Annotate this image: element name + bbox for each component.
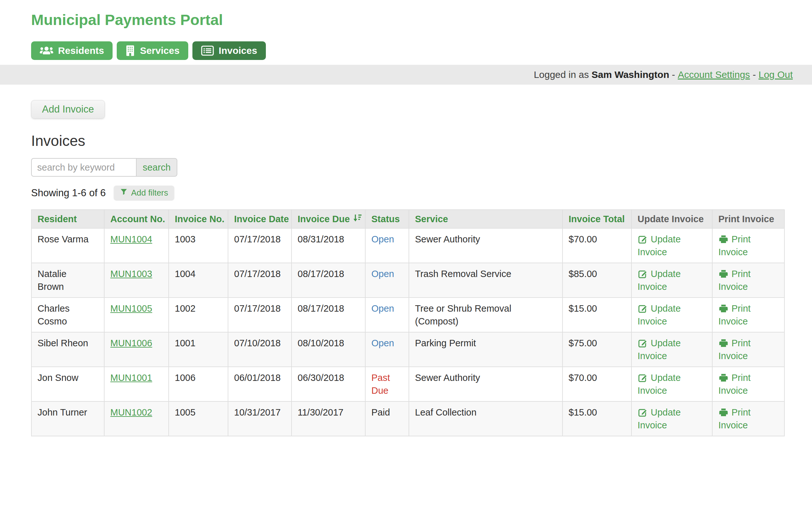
resident-name: Natalie Brown [31, 263, 104, 298]
service-name: Sewer Authority [409, 228, 562, 263]
invoice-no: 1006 [169, 367, 228, 401]
column-header-service[interactable]: Service [409, 210, 562, 228]
invoice-date: 07/17/2018 [228, 263, 291, 298]
account-no-link[interactable]: MUN1003 [110, 269, 152, 279]
resident-name: Charles Cosmo [31, 298, 104, 332]
column-header-account-no[interactable]: Account No. [104, 210, 169, 228]
invoice-list-icon [201, 46, 214, 56]
invoice-due: 06/30/2018 [291, 367, 365, 401]
print-icon [718, 269, 729, 279]
main-nav: Residents Services [31, 41, 784, 60]
section-heading: Invoices [31, 132, 784, 149]
invoice-date: 07/17/2018 [228, 228, 291, 263]
invoice-total: $15.00 [562, 298, 632, 332]
print-invoice-link[interactable]: Print Invoice [718, 303, 751, 326]
column-header-status[interactable]: Status [365, 210, 409, 228]
search-input[interactable] [31, 158, 136, 177]
column-header-resident[interactable]: Resident [31, 210, 104, 228]
update-invoice-link[interactable]: Update Invoice [638, 269, 681, 292]
invoice-row-5: Jon Snow MUN1001 1006 06/01/2018 06/30/2… [31, 367, 784, 401]
filter-icon [120, 188, 128, 198]
invoice-no: 1005 [169, 401, 228, 436]
status-badge: Past Due [371, 372, 390, 396]
account-settings-link[interactable]: Account Settings [678, 69, 750, 80]
print-icon [718, 234, 729, 244]
account-no-link[interactable]: MUN1004 [110, 234, 152, 244]
municipal-payments-portal: Municipal Payments Portal Residents [0, 0, 812, 436]
service-name: Tree or Shrub Removal (Compost) [409, 298, 562, 332]
search-button[interactable]: search [136, 158, 177, 177]
status-badge: Open [371, 338, 394, 348]
column-header-invoice-no[interactable]: Invoice No. [169, 210, 228, 228]
invoice-no: 1002 [169, 298, 228, 332]
print-icon [718, 304, 729, 313]
print-invoice-link[interactable]: Print Invoice [718, 372, 751, 396]
invoice-no: 1004 [169, 263, 228, 298]
invoice-date: 10/31/2017 [228, 401, 291, 436]
invoice-row-6: John Turner MUN1002 1005 10/31/2017 11/3… [31, 401, 784, 436]
invoice-total: $15.00 [562, 401, 632, 436]
print-invoice-link[interactable]: Print Invoice [718, 269, 751, 292]
account-no-link[interactable]: MUN1001 [110, 372, 152, 383]
update-invoice-link[interactable]: Update Invoice [638, 303, 681, 326]
invoice-due: 08/17/2018 [291, 263, 365, 298]
invoice-date: 07/17/2018 [228, 298, 291, 332]
print-icon [718, 373, 729, 383]
user-bar: Logged in as Sam Washington - Account Se… [0, 65, 812, 85]
update-invoice-link[interactable]: Update Invoice [638, 234, 681, 257]
invoice-total: $75.00 [562, 332, 632, 367]
invoice-total: $70.00 [562, 367, 632, 401]
account-no-link[interactable]: MUN1002 [110, 407, 152, 418]
nav-invoices-label: Invoices [219, 45, 257, 56]
add-filters-label: Add filters [131, 188, 168, 198]
nav-residents-button[interactable]: Residents [31, 41, 113, 60]
edit-icon [638, 234, 648, 244]
invoice-total: $85.00 [562, 263, 632, 298]
results-row: Showing 1-6 of 6 Add filters [31, 186, 784, 200]
nav-invoices-button[interactable]: Invoices [193, 41, 266, 60]
column-header-print-invoice: Print Invoice [712, 210, 784, 228]
invoice-row-3: Charles Cosmo MUN1005 1002 07/17/2018 08… [31, 298, 784, 332]
add-filters-button[interactable]: Add filters [114, 186, 174, 200]
log-out-link[interactable]: Log Out [758, 69, 793, 80]
print-invoice-link[interactable]: Print Invoice [718, 234, 751, 257]
column-header-invoice-total[interactable]: Invoice Total [562, 210, 632, 228]
nav-services-button[interactable]: Services [117, 41, 188, 60]
invoice-row-1: Rose Varma MUN1004 1003 07/17/2018 08/31… [31, 228, 784, 263]
print-icon [718, 338, 729, 348]
account-no-link[interactable]: MUN1005 [110, 303, 152, 313]
invoice-due: 08/17/2018 [291, 298, 365, 332]
update-invoice-link[interactable]: Update Invoice [638, 407, 681, 430]
resident-name: John Turner [31, 401, 104, 436]
column-header-invoice-due[interactable]: Invoice Due [291, 210, 365, 228]
table-header-row: Resident Account No. Invoice No. Invoice… [31, 210, 784, 228]
column-header-invoice-date[interactable]: Invoice Date [228, 210, 291, 228]
invoice-date: 06/01/2018 [228, 367, 291, 401]
invoice-total: $70.00 [562, 228, 632, 263]
add-invoice-button[interactable]: Add Invoice [31, 100, 105, 119]
status-badge: Paid [371, 407, 390, 418]
account-no-link[interactable]: MUN1006 [110, 338, 152, 348]
nav-services-label: Services [140, 45, 179, 56]
invoices-section: Invoices search Showing 1-6 of 6 Add fil… [0, 132, 812, 436]
username: Sam Washington [592, 69, 669, 80]
resident-name: Sibel Rheon [31, 332, 104, 367]
status-badge: Open [371, 269, 394, 279]
page-title: Municipal Payments Portal [31, 11, 784, 29]
invoice-due: 11/30/2017 [291, 401, 365, 436]
print-invoice-link[interactable]: Print Invoice [718, 407, 751, 430]
edit-icon [638, 268, 648, 279]
building-icon [125, 45, 135, 56]
invoice-date: 07/10/2018 [228, 332, 291, 367]
sort-descending-icon [352, 214, 362, 225]
edit-icon [638, 303, 648, 313]
update-invoice-link[interactable]: Update Invoice [638, 338, 681, 361]
invoice-no: 1001 [169, 332, 228, 367]
edit-icon [638, 372, 648, 383]
nav-residents-label: Residents [58, 45, 104, 56]
status-badge: Open [371, 234, 394, 244]
status-badge: Open [371, 303, 394, 313]
invoices-table-body: Rose Varma MUN1004 1003 07/17/2018 08/31… [31, 228, 784, 436]
print-invoice-link[interactable]: Print Invoice [718, 338, 751, 361]
update-invoice-link[interactable]: Update Invoice [638, 372, 681, 396]
